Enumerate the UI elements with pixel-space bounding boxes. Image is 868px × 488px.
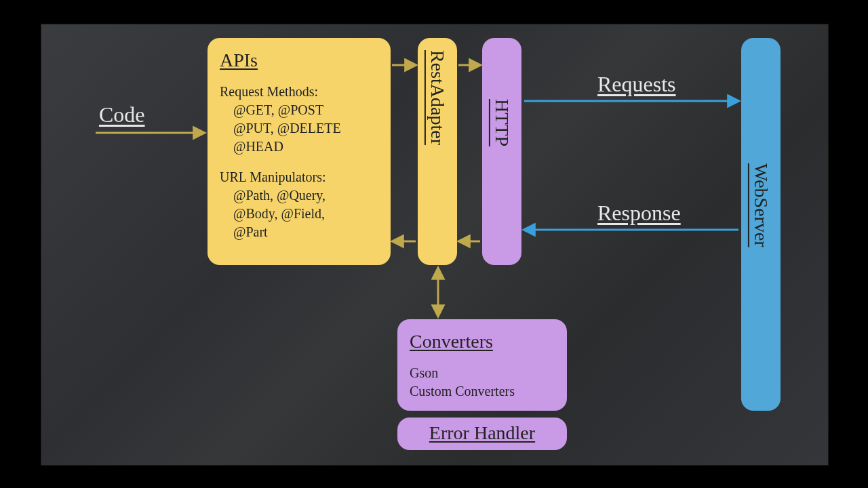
converters-l2: Custom Converters (410, 382, 555, 401)
apis-url-2: @Body, @Field, (220, 205, 378, 223)
restadapter-title: RestAdapter (425, 50, 450, 145)
errorhandler-title: Error Handler (397, 420, 567, 446)
chalkboard: APIs Request Methods: @GET, @POST @PUT, … (41, 24, 829, 466)
apis-req-2: @PUT, @DELETE (220, 119, 378, 138)
apis-req-3: @HEAD (220, 138, 378, 156)
errorhandler-box: Error Handler (397, 418, 567, 450)
apis-url-3: @Part (220, 223, 378, 241)
response-label: Response (597, 201, 681, 226)
converters-l1: Gson (410, 364, 555, 382)
apis-title: APIs (220, 47, 378, 73)
code-label: Code (99, 102, 145, 127)
webserver-box: WebServer (741, 38, 781, 411)
converters-box: Converters Gson Custom Converters (397, 319, 567, 411)
http-title: HTTP (489, 99, 515, 146)
http-box: HTTP (482, 38, 521, 265)
apis-box: APIs Request Methods: @GET, @POST @PUT, … (208, 38, 391, 265)
requests-label: Requests (597, 72, 676, 97)
webserver-title: WebServer (748, 163, 774, 247)
apis-url-1: @Path, @Query, (220, 186, 378, 205)
apis-req-heading: Request Methods: (220, 83, 378, 101)
converters-title: Converters (410, 329, 555, 354)
apis-req-1: @GET, @POST (220, 101, 378, 119)
restadapter-box: RestAdapter (418, 38, 457, 265)
apis-url-heading: URL Manipulators: (220, 168, 378, 186)
